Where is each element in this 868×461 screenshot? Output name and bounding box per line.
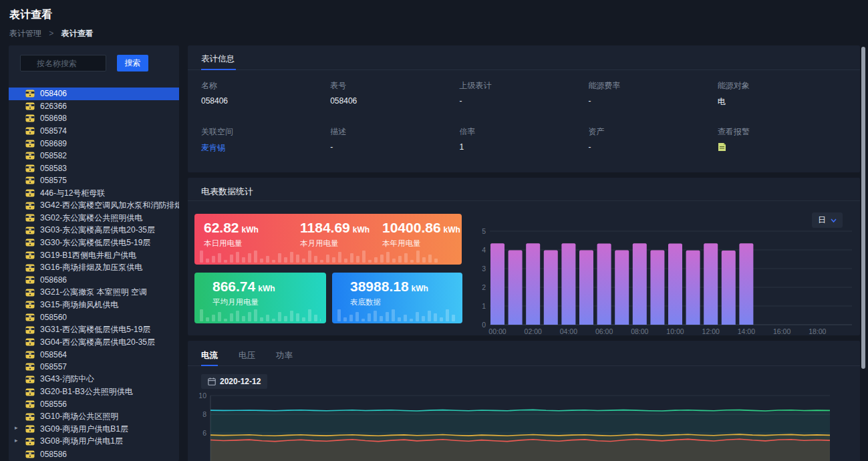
tab-voltage[interactable]: 电压 [239,350,255,361]
meter-icon [25,127,35,135]
list-item[interactable]: 058689 [9,137,179,150]
list-item[interactable]: 3G03-东公寓楼高层供电20-35层 [9,224,179,237]
meter-icon [25,90,35,98]
list-item[interactable]: 3G21-公寓撒泵 本室照明 空调 [9,287,179,299]
list-item[interactable]: 3G30-东公寓楼低层供电5-19层 [9,237,179,249]
list-item[interactable]: 058564 [9,348,179,361]
report-icon[interactable] [718,142,726,152]
breadcrumb-parent[interactable]: 表计管理 [9,29,41,38]
kpi-unit: kWh [242,225,259,235]
search-button[interactable]: 搜索 [117,55,148,71]
meter-icon [25,264,35,272]
bar [579,251,593,325]
scrollbar[interactable] [861,45,866,461]
svg-text:1: 1 [482,302,486,310]
search-input[interactable] [20,55,106,71]
list-item[interactable]: 058560 [9,311,179,324]
list-item[interactable]: 3G19-B1西侧电井租户供电 [9,249,179,262]
list-item[interactable]: 3G10-商场公共区照明 [9,410,179,423]
kpi-item: 1184.69kWh本月用电量 [300,220,382,249]
field-label: 倍率 [459,126,588,138]
trend-panel: 电流电压功率 2020-12-12 1086 [188,341,860,461]
meter-icon [25,164,35,172]
expand-arrow-icon[interactable]: ▸ [15,437,18,444]
list-item[interactable]: ▸3G08-商场用户供电1层 [9,436,179,448]
monthly-average-card: 866.74kWh平均月用电量 [194,273,326,323]
list-item-label: 058583 [40,164,67,173]
svg-text:00:00: 00:00 [488,327,506,335]
list-item-label: 058406 [40,89,67,98]
list-item[interactable]: ▸3G09-商场用户供电B1层 [9,423,179,436]
list-item-label: 058560 [40,313,67,322]
field-value: 058406 [330,96,459,106]
field-label: 能源费率 [589,80,718,92]
list-item[interactable]: 058586 [9,448,179,460]
list-item[interactable]: 058583 [9,162,179,175]
meter-icon [25,375,35,383]
list-item[interactable]: 058582 [9,150,179,162]
meter-icon [25,226,35,235]
list-item-label: 3G21-公寓撒泵 本室照明 空调 [40,287,147,298]
field-value: 1 [459,142,588,152]
list-item[interactable]: 3G31-西公寓楼低层供电5-19层 [9,323,179,336]
meter-icon [25,301,35,309]
svg-text:5: 5 [482,227,486,235]
meter-icon [25,152,35,160]
tab-current[interactable]: 电流 [201,350,218,361]
meter-icon [25,239,35,247]
svg-text:10:00: 10:00 [666,327,684,335]
date-picker[interactable]: 2020-12-12 [201,374,267,389]
list-item[interactable]: 058574 [9,125,179,138]
calendar-icon [208,377,216,386]
tab-active-underline [201,69,236,70]
list-item[interactable]: 3G04-西公寓楼高层供电20-35层 [9,336,179,349]
list-item[interactable]: 3G15-商场抽风机供电 [9,299,179,311]
scrollbar-thumb[interactable] [861,47,865,369]
list-item-label: 3G20-B1-B3公共照明供电 [40,386,133,398]
list-item[interactable]: 058698 [9,112,179,125]
list-item[interactable]: 3G43-消防中心 [9,373,179,386]
svg-text:08:00: 08:00 [631,327,648,335]
info-field: 资产- [589,126,718,154]
list-item[interactable]: 3G16-商场排烟及加压泵供电 [9,261,179,274]
breadcrumb-current: 表计查看 [61,29,94,38]
meter-icon [25,289,35,297]
meter-icon [25,450,35,458]
kpi-value: 866.74 [212,279,255,294]
tab-meter-info[interactable]: 表计信息 [201,53,235,65]
list-item-label: 3G03-东公寓楼高层供电20-35层 [40,224,155,236]
expand-arrow-icon[interactable]: ▸ [15,424,18,431]
list-item[interactable]: 3G20-B1-B3公共照明供电 [9,386,179,398]
breadcrumb-separator-icon: > [49,29,53,38]
list-item[interactable]: 446-与12号柜母联 [9,187,179,200]
svg-text:0: 0 [482,321,486,329]
list-item[interactable]: 3G02-东公寓楼公共照明供电 [9,212,179,224]
list-item-label: 058574 [40,126,67,136]
svg-text:10: 10 [198,392,206,400]
tab-power[interactable]: 功率 [276,350,293,361]
list-item[interactable]: 058575 [9,174,179,187]
svg-text:02:00: 02:00 [525,327,542,335]
svg-text:3: 3 [482,265,486,273]
list-item[interactable]: 626366 [9,100,179,113]
list-item[interactable]: 058556 [9,398,179,411]
field-value-link[interactable]: 麦肯锡 [201,142,330,154]
list-item-label: 3G02-东公寓楼公共照明供电 [40,212,142,224]
kpi-value: 1184.69 [300,220,350,235]
meter-icon [25,326,35,334]
field-label: 上级表计 [459,80,588,92]
list-item[interactable]: 058557 [9,361,179,373]
info-field: 名称058406 [201,80,330,108]
kpi-value: 62.82 [204,220,239,235]
list-item[interactable]: 058406 [9,88,179,100]
meter-icon [25,102,35,110]
meter-icon [25,176,35,184]
meter-icon [25,351,35,359]
meter-base-card: 38988.18kWh表底数据 [332,273,462,323]
field-value: 058406 [201,96,330,106]
meter-icon [25,189,35,197]
bar [704,243,718,325]
list-item[interactable]: 3G42-西公寓楼空调风加水泵和消防排烟风机加压 [9,199,179,212]
list-item[interactable]: 058686 [9,274,179,287]
list-item-label: 058586 [40,450,67,459]
